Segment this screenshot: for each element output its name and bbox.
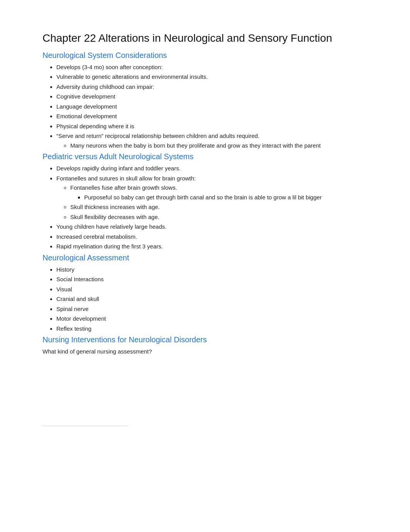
list-item: Motor development	[56, 314, 368, 323]
section-intro-text: What kind of general nursing assessment?	[42, 347, 368, 356]
list-item: Develops rapidly during infant and toddl…	[56, 164, 368, 173]
section-heading-2: Pediatric versus Adult Neurological Syst…	[42, 152, 368, 161]
list-item: Skull flexibility decreases with age.	[70, 213, 368, 222]
list-item: Visual	[56, 285, 368, 294]
section-heading-3: Neurological Assessment	[42, 253, 368, 262]
list-item: Adversity during childhood can impair:	[56, 83, 368, 92]
list-item: Cognitive development	[56, 92, 368, 101]
list-item: Cranial and skull	[56, 295, 368, 304]
section-1-list: Develops (3-4 mo) soon after conception:…	[42, 63, 368, 150]
list-item: Social Interactions	[56, 275, 368, 284]
list-item: Many neurons when the baby is born but t…	[70, 141, 368, 150]
list-item: Purposeful so baby can get through birth…	[84, 193, 368, 202]
list-item: Reflex testing	[56, 325, 368, 333]
list-item: Young children have relatively large hea…	[56, 223, 368, 231]
section-pediatric-adult: Pediatric versus Adult Neurological Syst…	[42, 152, 368, 251]
section-neurological-assessment: Neurological Assessment History Social I…	[42, 253, 368, 333]
list-item: Increased cerebral metabolism.	[56, 233, 368, 241]
list-item: Fontanelles and sutures in skull allow f…	[56, 174, 368, 222]
list-item: Language development	[56, 102, 368, 111]
list-item: Spinal nerve	[56, 305, 368, 314]
sub-list: Fontanelles fuse after brain growth slow…	[56, 184, 368, 221]
page-content: Chapter 22 Alterations in Neurological a…	[0, 0, 410, 457]
list-item: Emotional development	[56, 112, 368, 121]
footer-divider	[42, 426, 127, 426]
list-item: Fontanelles fuse after brain growth slow…	[70, 184, 368, 202]
list-item: History	[56, 265, 368, 274]
section-heading-4: Nursing Interventions for Neurological D…	[42, 335, 368, 344]
list-item: “Serve and return” reciprocal relationsh…	[56, 132, 368, 150]
section-heading-1: Neurological System Considerations	[42, 51, 368, 60]
section-3-list: History Social Interactions Visual Crani…	[42, 265, 368, 333]
section-2-list: Develops rapidly during infant and toddl…	[42, 164, 368, 251]
section-nursing-interventions: Nursing Interventions for Neurological D…	[42, 335, 368, 356]
list-item: Vulnerable to genetic alterations and en…	[56, 73, 368, 82]
list-item: Skull thickness increases with age.	[70, 203, 368, 212]
chapter-title: Chapter 22 Alterations in Neurological a…	[42, 31, 368, 46]
list-item: Develops (3-4 mo) soon after conception:	[56, 63, 368, 72]
list-item: Physical depending where it is	[56, 122, 368, 131]
section-neurological-system: Neurological System Considerations Devel…	[42, 51, 368, 150]
sub-list: Many neurons when the baby is born but t…	[56, 141, 368, 150]
list-item: Rapid myelination during the first 3 yea…	[56, 242, 368, 251]
sub-sub-list: Purposeful so baby can get through birth…	[70, 193, 368, 202]
